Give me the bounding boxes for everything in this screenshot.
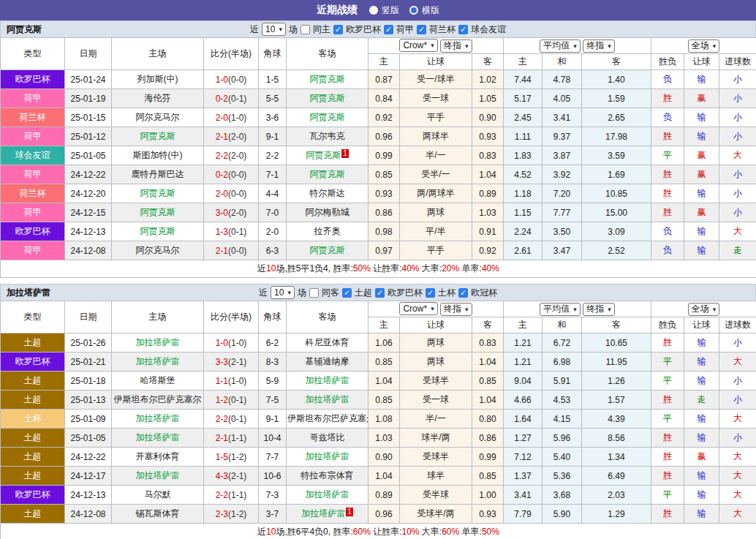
avg-away-odds: 1.26 [582,372,651,391]
odds-group-header: Crow*▾ 终指▾ [368,38,504,54]
crow-away-odds: 0.99 [472,448,504,467]
result-wdl: 胜 [651,429,684,448]
home-team[interactable]: 阿贾克斯 [112,127,204,146]
league-checkbox-0[interactable] [342,288,352,298]
league-badge: 荷甲 [1,127,65,146]
avg-draw-odds: 3.68 [543,486,582,505]
corners: 7-0 [259,203,287,222]
avg-home-odds: 2.24 [504,222,543,241]
result-handicap: 走 [684,391,719,410]
result-wdl: 胜 [651,333,684,353]
score: 2-0(1-0) [204,108,259,127]
same-venue-checkbox[interactable] [309,288,319,298]
odds-source-select[interactable]: Crow*▾ [399,39,437,52]
avg-draw-odds: 3.50 [543,222,582,241]
away-team[interactable]: 阿贾克斯 [287,108,368,127]
away-team[interactable]: 加拉塔萨雷 [287,391,368,410]
result-wdl: 平 [651,486,684,505]
away-team[interactable]: 阿贾克斯 [287,70,368,89]
league-checkbox-0[interactable] [333,25,343,34]
summary-text: 近10场,胜6平4负0, 胜率:60% 让胜率:10% 大率:60% 单率:50… [1,524,756,539]
league-checkbox-1[interactable] [384,25,393,34]
away-team: 瓦尔韦克 [287,127,368,146]
result-goals: 小 [719,429,756,448]
odds-time-select[interactable]: 终指▾ [440,39,472,53]
games-label: 场 [298,287,306,299]
corners: 3-7 [259,505,287,524]
crow-home-odds: 0.87 [368,70,400,89]
away-team[interactable]: 阿贾克斯 [287,89,368,108]
match-date: 24-12-15 [65,203,112,222]
league-checkbox-3[interactable] [458,25,468,34]
avg-time-select[interactable]: 终指▾ [583,39,615,53]
corners: 7-1 [259,165,287,184]
odds-time-select[interactable]: 终指▾ [440,303,472,316]
home-team[interactable]: 阿贾克斯 [112,222,204,241]
away-team[interactable]: 加拉塔萨雷 [287,486,368,505]
radio-vertical[interactable]: 竖版 [369,4,399,17]
away-team[interactable]: 加拉塔萨雷 [287,372,368,391]
league-checkbox-2[interactable] [426,288,435,298]
fulltime-select[interactable]: 全场▾ [688,39,720,53]
away-team[interactable]: 阿贾克斯 [287,165,368,184]
match-count-select[interactable]: 10▾ [262,23,286,36]
league-checkbox-label: 土杯 [438,287,456,299]
score: 1-1(1-0) [204,372,259,391]
avg-away-odds: 11.95 [582,353,651,372]
avg-draw-odds: 5.36 [543,467,582,486]
home-team[interactable]: 加拉塔萨雷 [112,429,204,448]
avg-time-select[interactable]: 终指▾ [583,303,615,316]
crow-home-odds: 1.08 [368,410,400,429]
odds-source-select[interactable]: Crow*▾ [399,302,437,315]
avg-away-odds: 3.09 [582,222,651,241]
avg-away-odds: 1.69 [582,165,651,184]
radio-selected-icon[interactable] [409,6,418,15]
match-date: 24-12-08 [65,241,112,260]
chevron-down-icon: ▾ [287,289,291,296]
match-date: 25-01-24 [65,70,112,89]
home-team: 马尔默 [112,486,204,505]
away-team[interactable]: 加拉塔萨雷1 [287,505,368,524]
avg-source-select[interactable]: 平均值▾ [540,303,581,316]
same-venue-checkbox[interactable] [300,25,310,34]
league-badge: 土超 [1,467,65,486]
match-count-select[interactable]: 10▾ [271,286,295,299]
avg-source-select[interactable]: 平均值▾ [540,39,581,53]
home-team[interactable]: 加拉塔萨雷 [112,353,204,372]
corners: 7-5 [259,391,287,410]
table-row: 荷兰杯 25-01-15 阿尔克马尔 2-0(1-0) 3-6 阿贾克斯 0.9… [1,108,756,127]
radio-horizontal[interactable]: 横版 [409,4,439,17]
team-section-0: 阿贾克斯 近 10▾ 场 同主 欧罗巴杯荷甲荷兰杯球会友谊 类型 日期 主场 比… [0,20,756,278]
result-goals: 大 [719,222,756,241]
avg-away-odds: 1.59 [582,89,651,108]
home-team[interactable]: 阿贾克斯 [112,203,204,222]
home-team: 斯图加特(中) [112,146,204,165]
avg-away-odds: 1.29 [582,505,651,524]
crow-away-odds: 0.92 [472,241,504,260]
radio-unselected-icon[interactable] [369,6,378,15]
match-date: 25-01-15 [65,108,112,127]
home-team[interactable]: 阿贾克斯 [112,184,204,203]
avg-away-odds: 17.98 [582,127,651,146]
league-checkbox-label: 荷兰杯 [429,23,456,36]
league-checkbox-2[interactable] [417,25,426,34]
league-checkbox-1[interactable] [375,288,385,298]
table-row: 土超 25-01-18 哈塔斯堡 1-1(1-0) 5-9 加拉塔萨雷 1.04… [1,372,756,391]
result-handicap: 输 [684,241,719,260]
crow-home-odds: 0.97 [368,241,400,260]
sub-col: 客 [472,317,504,333]
home-team: 鹿特丹斯巴达 [112,165,204,184]
away-team[interactable]: 阿贾克斯 [287,241,368,260]
fulltime-select[interactable]: 全场▾ [688,303,720,316]
home-team[interactable]: 加拉塔萨雷 [112,410,204,429]
corners: 3-6 [259,108,287,127]
result-goals: 大 [719,486,756,505]
crow-home-odds: 0.89 [368,486,400,505]
home-team[interactable]: 加拉塔萨雷 [112,333,204,353]
league-checkbox-3[interactable] [458,288,468,298]
match-date: 25-01-09 [65,410,112,429]
home-team[interactable]: 加拉塔萨雷 [112,467,204,486]
away-team[interactable]: 加拉塔萨雷 [287,448,368,467]
away-team[interactable]: 阿贾克斯1 [287,146,368,165]
score: 2-2(2-0) [204,146,259,165]
